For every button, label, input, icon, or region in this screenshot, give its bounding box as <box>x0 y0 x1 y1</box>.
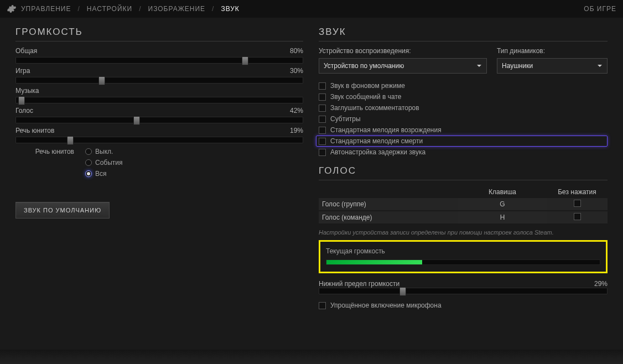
topbar: УПРАВЛЕНИЕ / НАСТРОЙКИ / ИЗОБРАЖЕНИЕ / З… <box>0 0 623 18</box>
checkbox-icon <box>319 302 326 309</box>
slider-thumb[interactable] <box>98 76 105 85</box>
slider-thumb[interactable] <box>67 136 74 145</box>
radio-option-off[interactable]: Выкл. <box>85 148 113 155</box>
radio-option-events[interactable]: События <box>85 159 123 167</box>
current-volume-box: Текущая громкость <box>319 240 608 273</box>
sound-option[interactable]: Стандартная мелодия возрождения <box>319 124 608 136</box>
unit-speech-label: Речь юнитов <box>23 148 74 155</box>
checkbox-label: Стандартная мелодия возрождения <box>330 126 442 134</box>
divider <box>319 180 608 180</box>
slider-thumb[interactable] <box>242 56 248 65</box>
sound-options-list: Звук в фоновом режимеЗвук сообщений в ча… <box>319 80 608 158</box>
slider-thumb[interactable] <box>399 287 406 296</box>
about-link[interactable]: ОБ ИГРЕ <box>584 5 616 13</box>
slider-thumb[interactable] <box>133 116 140 125</box>
volume-slider[interactable] <box>15 137 303 143</box>
voice-binding-key[interactable]: H <box>458 211 547 223</box>
simple-mic-toggle[interactable]: Упрощённое включение микрофона <box>319 300 608 311</box>
checkbox-label: Заглушить сокомментаторов <box>330 104 419 112</box>
voice-binding-name: Голос (группе) <box>319 200 458 208</box>
select-value: Наушники <box>502 62 533 70</box>
sound-option[interactable]: Звук в фоновом режиме <box>319 80 608 91</box>
checkbox-icon <box>319 105 326 112</box>
bottom-bar <box>0 350 623 364</box>
checkbox-icon <box>319 93 326 101</box>
checkbox-label: Автонастройка задержки звука <box>330 148 425 156</box>
unit-speech-radio-group: Речь юнитов Выкл. События Вся <box>23 148 303 178</box>
checkbox-label: Стандартная мелодия смерти <box>330 137 423 145</box>
select-value: Устройство по умолчанию <box>324 62 404 70</box>
voice-header-key: Клавиша <box>458 188 547 196</box>
slider-label: Музыка <box>15 87 39 95</box>
voice-binding-name: Голос (команде) <box>319 214 458 221</box>
voice-binding-nokey[interactable] <box>547 213 608 222</box>
radio-icon <box>85 159 92 166</box>
recording-device-note: Настройки устройства записи определены п… <box>319 229 608 236</box>
threshold-slider[interactable] <box>319 288 608 294</box>
tab-audio[interactable]: ЗВУК <box>221 5 239 13</box>
breadcrumb: УПРАВЛЕНИЕ / НАСТРОЙКИ / ИЗОБРАЖЕНИЕ / З… <box>7 4 240 14</box>
slider-label: Речь юнитов <box>15 127 54 134</box>
voice-binding-key[interactable]: G <box>458 198 547 210</box>
checkbox-label: Субтитры <box>330 115 361 123</box>
radio-option-all[interactable]: Вся <box>85 170 107 178</box>
reset-audio-button[interactable]: ЗВУК ПО УМОЛЧАНИЮ <box>15 202 110 219</box>
sound-option[interactable]: Стандартная мелодия смерти <box>316 136 608 147</box>
checkbox-icon <box>574 213 581 220</box>
checkbox-icon <box>319 116 326 123</box>
chevron-down-icon <box>476 63 482 69</box>
playback-device-label: Устройство воспроизведения: <box>319 47 487 55</box>
breadcrumb-separator: / <box>212 5 214 13</box>
checkbox-label: Звук сообщений в чате <box>330 93 401 101</box>
volume-panel: ГРОМКОСТЬ Общая80%Игра30%МузыкаГолос42%Р… <box>15 27 303 350</box>
tab-settings[interactable]: НАСТРОЙКИ <box>87 5 132 13</box>
checkbox-icon <box>319 82 326 90</box>
slider-thumb[interactable] <box>18 96 25 105</box>
slider-label: Игра <box>15 67 30 75</box>
sound-option[interactable]: Заглушить сокомментаторов <box>319 102 608 113</box>
slider-value: 19% <box>290 127 303 134</box>
sound-panel: ЗВУК Устройство воспроизведения: Устройс… <box>319 27 608 350</box>
voice-title: ГОЛОС <box>319 165 608 176</box>
radio-icon <box>85 170 92 177</box>
slider-label: Общая <box>15 47 37 55</box>
volume-slider[interactable] <box>15 57 303 64</box>
breadcrumb-separator: / <box>139 5 141 13</box>
current-volume-meter <box>326 259 600 265</box>
divider <box>319 41 608 41</box>
threshold-label: Нижний предел громкости <box>319 280 399 288</box>
speaker-type-label: Тип динамиков: <box>497 47 608 55</box>
playback-device-select[interactable]: Устройство по умолчанию <box>319 58 487 74</box>
volume-title: ГРОМКОСТЬ <box>15 27 303 38</box>
divider <box>15 41 303 41</box>
slider-value: 80% <box>290 47 303 55</box>
voice-binding-row: Голос (команде)H <box>319 211 608 223</box>
slider-value: 30% <box>290 67 303 75</box>
breadcrumb-separator: / <box>78 5 80 13</box>
volume-slider[interactable] <box>15 117 303 123</box>
slider-label: Голос <box>15 107 33 115</box>
radio-icon <box>85 148 92 155</box>
sound-title: ЗВУК <box>319 27 608 38</box>
checkbox-icon <box>319 127 326 134</box>
chevron-down-icon <box>597 63 603 69</box>
checkbox-icon <box>319 149 326 156</box>
voice-header-nokey: Без нажатия <box>547 188 608 196</box>
gear-icon <box>7 4 17 14</box>
slider-value: 42% <box>290 107 303 115</box>
tab-controls[interactable]: УПРАВЛЕНИЕ <box>21 5 71 13</box>
sound-option[interactable]: Субтитры <box>319 113 608 124</box>
volume-slider[interactable] <box>15 77 303 84</box>
voice-binding-nokey[interactable] <box>547 200 608 209</box>
current-volume-label: Текущая громкость <box>326 247 600 255</box>
sound-option[interactable]: Звук сообщений в чате <box>319 91 608 102</box>
tab-video[interactable]: ИЗОБРАЖЕНИЕ <box>148 5 206 13</box>
speaker-type-select[interactable]: Наушники <box>497 58 608 74</box>
volume-slider[interactable] <box>15 97 303 103</box>
content: ГРОМКОСТЬ Общая80%Игра30%МузыкаГолос42%Р… <box>0 18 623 350</box>
checkbox-label: Упрощённое включение микрофона <box>330 301 442 309</box>
current-volume-fill <box>326 260 422 264</box>
voice-binding-row: Голос (группе)G <box>319 198 608 210</box>
sound-option[interactable]: Автонастройка задержки звука <box>319 147 608 158</box>
checkbox-icon <box>319 138 326 145</box>
